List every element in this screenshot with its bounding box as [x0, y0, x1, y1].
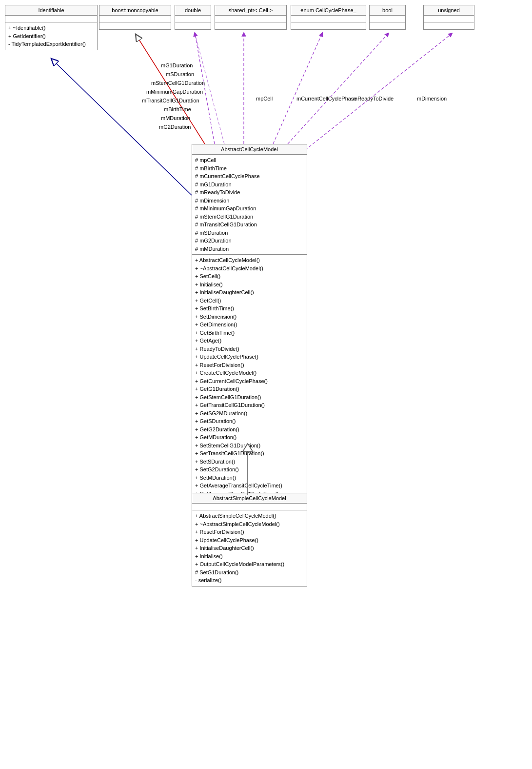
box-shared-cell-title: shared_ptr< Cell >	[215, 5, 286, 16]
box-enum-phase: enum CellCyclePhase_	[291, 5, 366, 30]
box-double-title: double	[175, 5, 211, 16]
field-label-mMinGap: mMinimumGapDuration	[146, 89, 203, 95]
box-bool: bool	[369, 5, 406, 30]
box-identifiable-title: Identifiable	[5, 5, 97, 16]
svg-line-6	[273, 34, 322, 144]
box-abstract-ccm-fields: # mpCell # mBirthTime # mCurrentCellCycl…	[192, 155, 307, 255]
field-label-mTransit: mTransitCellG1Duration	[142, 98, 199, 103]
inherit-simple-ccm	[240, 442, 255, 495]
box-unsigned: unsigned	[423, 5, 474, 30]
box-enum-s2	[291, 22, 366, 29]
field-label-mMDuration: mMDuration	[161, 115, 190, 121]
field-label-mStemCell: mStemCellG1Duration	[151, 80, 205, 86]
box-shared-cell-s1	[215, 16, 286, 22]
box-identifiable: Identifiable + ~Identifiable() + GetIden…	[5, 5, 98, 50]
box-enum-phase-title: enum CellCyclePhase_	[291, 5, 366, 16]
box-noncopyable: boost::noncopyable	[99, 5, 171, 30]
diagram-container: mG1Duration mSDuration mStemCellG1Durati…	[0, 0, 532, 769]
svg-marker-11	[243, 444, 253, 451]
field-label-mpCell: mpCell	[256, 96, 273, 101]
box-noncopyable-s2	[99, 22, 171, 29]
box-identifiable-methods: + ~Identifiable() + GetIdentifier() - Ti…	[5, 22, 97, 50]
box-abstract-simple: AbstractSimpleCellCycleModel + AbstractS…	[192, 493, 307, 587]
box-abstract-ccm-title: AbstractCellCycleModel	[192, 144, 307, 155]
box-unsigned-s1	[424, 16, 474, 22]
svg-line-7	[288, 34, 388, 144]
box-double-s1	[175, 16, 211, 22]
box-bool-title: bool	[370, 5, 405, 16]
svg-line-8	[297, 34, 451, 156]
box-unsigned-s2	[424, 22, 474, 29]
box-unsigned-title: unsigned	[424, 5, 474, 16]
box-noncopyable-title: boost::noncopyable	[99, 5, 171, 16]
box-bool-s1	[370, 16, 405, 22]
field-label-mG1Duration: mG1Duration	[161, 62, 193, 68]
box-shared-cell: shared_ptr< Cell >	[215, 5, 287, 30]
field-label-mDimension: mDimension	[417, 96, 447, 101]
field-label-mCurrentPhase: mCurrentCellCyclePhase	[296, 96, 357, 101]
field-label-mReadyToDivide: mReadyToDivide	[353, 96, 394, 101]
box-bool-s2	[370, 22, 405, 29]
box-double: double	[175, 5, 211, 30]
box-identifiable-empty	[5, 16, 97, 22]
field-label-mG2Duration: mG2Duration	[159, 124, 191, 130]
box-enum-s1	[291, 16, 366, 22]
box-shared-cell-s2	[215, 22, 286, 29]
box-double-s2	[175, 22, 211, 29]
field-label-mBirthTime: mBirthTime	[164, 106, 191, 112]
box-abstract-simple-methods: + AbstractSimpleCellCycleModel() + ~Abst…	[192, 510, 307, 586]
box-noncopyable-s1	[99, 16, 171, 22]
box-abstract-simple-empty	[192, 504, 307, 510]
field-label-mSDuration: mSDuration	[166, 71, 194, 77]
